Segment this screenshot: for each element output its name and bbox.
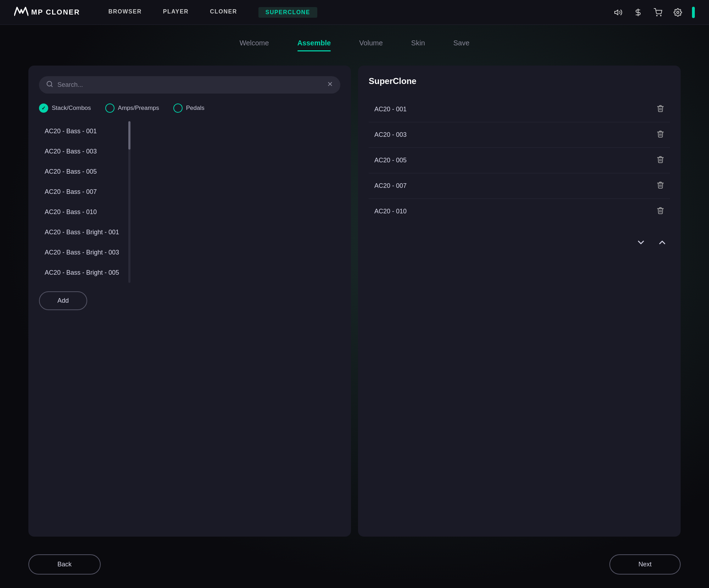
- superclone-item-label: AC20 - 007: [374, 182, 407, 190]
- add-button[interactable]: Add: [39, 291, 87, 310]
- wizard-tabs: Welcome Assemble Volume Skin Save: [0, 25, 709, 58]
- svg-point-3: [660, 15, 661, 16]
- filter-stack-combos[interactable]: Stack/Combos: [39, 103, 91, 113]
- next-button[interactable]: Next: [609, 554, 681, 575]
- main-content: Stack/Combos Amps/Preamps Pedals AC20 - …: [0, 58, 709, 544]
- svg-line-6: [51, 85, 52, 87]
- cart-icon[interactable]: [652, 7, 664, 18]
- trash-icon[interactable]: [657, 130, 664, 140]
- right-panel: SuperClone AC20 - 001 AC20 - 003: [358, 66, 681, 537]
- superclone-item-label: AC20 - 005: [374, 157, 407, 164]
- svg-point-4: [677, 11, 679, 13]
- add-button-container: Add: [39, 291, 340, 310]
- list-item[interactable]: AC20 - Bass - Bright - 005: [39, 263, 125, 283]
- left-panel: Stack/Combos Amps/Preamps Pedals AC20 - …: [28, 66, 351, 537]
- back-button[interactable]: Back: [28, 554, 101, 575]
- tab-volume[interactable]: Volume: [359, 39, 383, 51]
- nav-superclone[interactable]: SUPERCLONE: [258, 7, 317, 18]
- filter-amps-preamps-label: Amps/Preamps: [118, 105, 159, 112]
- tab-welcome[interactable]: Welcome: [240, 39, 269, 51]
- tab-save[interactable]: Save: [453, 39, 470, 51]
- search-container: [39, 76, 340, 94]
- nav-player[interactable]: PLAYER: [163, 7, 189, 18]
- superclone-list: AC20 - 001 AC20 - 003: [369, 97, 670, 224]
- trash-icon[interactable]: [657, 156, 664, 165]
- speaker-icon[interactable]: [613, 7, 624, 18]
- list-item[interactable]: AC20 - Bass - Bright - 003: [39, 242, 125, 263]
- search-wrapper: [39, 76, 340, 94]
- logo-text: MP CLONER: [31, 8, 80, 16]
- filter-stack-combos-label: Stack/Combos: [52, 105, 91, 112]
- search-icon: [46, 80, 53, 89]
- superclone-item: AC20 - 003: [369, 122, 670, 148]
- list-scrollbar[interactable]: [128, 121, 130, 283]
- list-item[interactable]: AC20 - Bass - 003: [39, 141, 125, 162]
- tab-skin[interactable]: Skin: [411, 39, 425, 51]
- trash-icon[interactable]: [657, 105, 664, 114]
- superclone-item: AC20 - 007: [369, 173, 670, 199]
- list-item[interactable]: AC20 - Bass - Bright - 001: [39, 222, 125, 242]
- trash-icon[interactable]: [657, 207, 664, 216]
- arrow-buttons: [369, 235, 670, 250]
- filter-amps-preamps[interactable]: Amps/Preamps: [105, 103, 159, 113]
- list-item[interactable]: AC20 - Bass - 005: [39, 162, 125, 182]
- list-item[interactable]: AC20 - Bass - 007: [39, 182, 125, 202]
- superclone-item-label: AC20 - 001: [374, 106, 407, 113]
- tab-assemble[interactable]: Assemble: [297, 39, 331, 51]
- superclone-title: SuperClone: [369, 76, 670, 86]
- amp-list: AC20 - Bass - 001 AC20 - Bass - 003 AC20…: [39, 121, 125, 283]
- amp-list-wrapper: AC20 - Bass - 001 AC20 - Bass - 003 AC20…: [39, 121, 340, 283]
- svg-marker-0: [615, 10, 618, 15]
- svg-point-2: [657, 15, 657, 16]
- list-item[interactable]: AC20 - Bass - 010: [39, 202, 125, 222]
- nav-icons: [613, 7, 695, 18]
- arrow-down-button[interactable]: [633, 235, 649, 250]
- superclone-item: AC20 - 001: [369, 97, 670, 122]
- tuner-icon[interactable]: [632, 7, 644, 18]
- list-scrollbar-thumb: [128, 121, 130, 150]
- superclone-item-label: AC20 - 010: [374, 208, 407, 215]
- superclone-item: AC20 - 005: [369, 148, 670, 173]
- filter-amps-preamps-circle: [105, 103, 115, 113]
- trash-icon[interactable]: [657, 181, 664, 191]
- bottom-navigation: Back Next: [0, 547, 709, 582]
- search-input[interactable]: [57, 81, 323, 89]
- filter-pedals[interactable]: Pedals: [173, 103, 205, 113]
- filter-buttons: Stack/Combos Amps/Preamps Pedals: [39, 103, 340, 113]
- app-logo: MP CLONER: [14, 6, 80, 18]
- nav-cloner[interactable]: CLONER: [210, 7, 237, 18]
- logo-icon: [14, 6, 28, 18]
- superclone-item: AC20 - 010: [369, 199, 670, 224]
- top-navigation: MP CLONER BROWSER PLAYER CLONER SUPERCLO…: [0, 0, 709, 25]
- arrow-up-button[interactable]: [654, 235, 670, 250]
- status-indicator: [692, 7, 695, 18]
- search-clear-icon[interactable]: [327, 81, 333, 89]
- superclone-item-label: AC20 - 003: [374, 131, 407, 139]
- nav-links: BROWSER PLAYER CLONER SUPERCLONE: [108, 7, 613, 18]
- filter-pedals-circle: [173, 103, 183, 113]
- nav-browser[interactable]: BROWSER: [108, 7, 142, 18]
- list-item[interactable]: AC20 - Bass - 001: [39, 121, 125, 141]
- filter-pedals-label: Pedals: [186, 105, 205, 112]
- filter-stack-combos-circle: [39, 103, 48, 113]
- settings-icon[interactable]: [672, 7, 683, 18]
